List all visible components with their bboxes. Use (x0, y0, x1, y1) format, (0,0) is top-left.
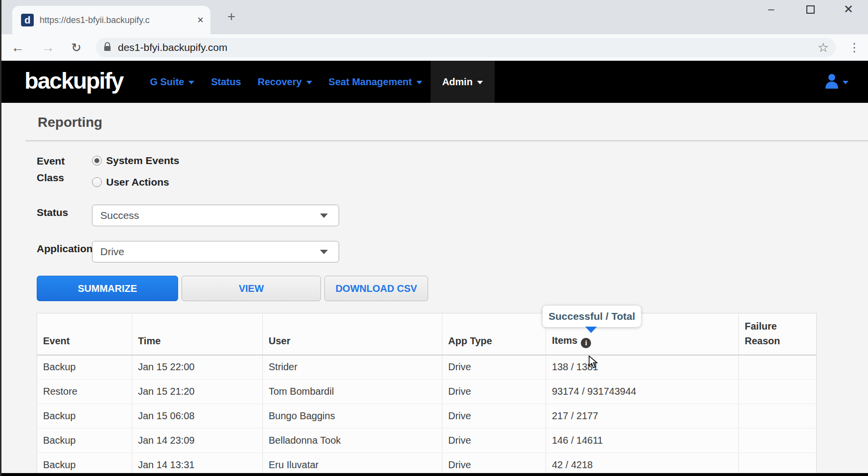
nav-item-seat-management[interactable]: Seat Management (320, 61, 431, 103)
chevron-down-icon (477, 81, 483, 84)
status-label: Status (37, 207, 68, 218)
nav-item-g-suite[interactable]: G Suite (141, 61, 203, 103)
new-tab-button[interactable]: + (223, 8, 240, 25)
dropdown-caret-icon (320, 214, 328, 218)
section-divider (25, 140, 868, 142)
tab-title: https://des1-bfyii.backupify.c (40, 15, 193, 25)
tooltip-caret-icon (585, 327, 597, 333)
column-header-user: User (263, 313, 442, 355)
nav-item-admin[interactable]: Admin (431, 61, 495, 103)
view-button[interactable]: VIEW (182, 276, 321, 301)
table-cell: Jan 15 22:00 (132, 355, 263, 380)
summarize-button[interactable]: SUMMARIZE (37, 276, 178, 301)
favicon: d (21, 14, 34, 26)
window-left-edge (0, 0, 1, 476)
chevron-down-icon (416, 81, 422, 84)
nav-item-label: Admin (442, 76, 473, 88)
table-cell: 93174 / 931743944 (546, 380, 739, 404)
info-icon[interactable]: i (581, 338, 591, 348)
status-select[interactable]: Success (92, 205, 339, 226)
maximize-icon (806, 5, 815, 14)
radio-button[interactable] (92, 177, 102, 187)
table-header: Event Time User App Type Itemsi Failure … (37, 313, 817, 355)
table-cell: Backup (37, 428, 132, 453)
table-cell (739, 453, 817, 476)
table-cell: Drive (442, 380, 546, 404)
table-cell: Jan 15 06:08 (132, 404, 263, 428)
download-csv-button[interactable]: DOWNLOAD CSV (324, 276, 428, 301)
table-cell: Jan 14 23:09 (132, 428, 263, 453)
browser-toolbar: ← → ↻ des1-bfyi.backupify.com ☆ (0, 34, 868, 61)
table-cell: 138 / 1381 (546, 355, 739, 380)
table-cell: Tom Bombardil (263, 380, 442, 404)
table-cell: Strider (263, 355, 442, 380)
nav-item-label: Recovery (258, 76, 302, 88)
column-header-time: Time (132, 313, 263, 355)
user-menu[interactable] (824, 61, 848, 103)
app-navbar: backupify G SuiteStatusRecoverySeat Mana… (0, 61, 868, 103)
table-row: BackupJan 14 23:09Belladonna TookDrive14… (37, 428, 817, 453)
column-header-items-label: Items (552, 335, 577, 346)
table-cell: Jan 15 21:20 (132, 380, 263, 404)
browser-tab-bar: d https://des1-bfyii.backupify.c × + – ✕ (0, 0, 868, 34)
radio-label: System Events (106, 155, 179, 167)
bookmark-star-icon[interactable]: ☆ (818, 40, 829, 55)
nav-item-label: G Suite (150, 76, 184, 88)
window-bottom-edge (0, 473, 868, 476)
table-cell: Drive (442, 428, 546, 453)
url-text[interactable]: des1-bfyi.backupify.com (118, 42, 818, 53)
table-cell: Restore (37, 380, 132, 404)
tab-title-text: https://des1-bfyii.backupify.c (40, 15, 150, 25)
application-select[interactable]: Drive (92, 241, 339, 262)
page-title: Reporting (38, 115, 102, 130)
nav-menu: G SuiteStatusRecoverySeat ManagementAdmi… (141, 61, 494, 103)
column-header-app-type: App Type (442, 313, 546, 355)
maximize-button[interactable] (797, 0, 824, 19)
nav-item-recovery[interactable]: Recovery (250, 61, 320, 103)
minimize-button[interactable]: – (757, 0, 785, 19)
user-icon (824, 73, 839, 91)
radio-option-user-actions[interactable]: User Actions (92, 175, 169, 189)
report-table: Event Time User App Type Itemsi Failure … (37, 313, 817, 476)
browser-menu-icon[interactable]: ⋮ (845, 36, 864, 59)
application-label: Application (37, 243, 92, 255)
chevron-down-icon (306, 81, 312, 84)
items-tooltip: Successful / Total (543, 306, 641, 327)
backupify-logo[interactable]: backupify (24, 69, 123, 95)
table-row: BackupJan 15 22:00StriderDrive138 / 1381 (37, 355, 817, 380)
chevron-down-icon (843, 81, 848, 84)
table-cell: 146 / 14611 (546, 428, 739, 453)
table-cell: Jan 14 13:31 (132, 453, 263, 476)
close-window-button[interactable]: ✕ (835, 0, 862, 19)
browser-tab[interactable]: d https://des1-bfyii.backupify.c × (12, 6, 210, 34)
reporting-page: Reporting Event Class System Events User… (0, 103, 868, 476)
reload-button[interactable]: ↻ (66, 37, 87, 58)
radio-button[interactable] (92, 156, 102, 166)
table-cell: Drive (442, 355, 546, 380)
forward-button[interactable]: → (37, 37, 59, 58)
table-cell: Belladonna Took (263, 428, 442, 453)
mouse-cursor-icon (588, 356, 601, 371)
lock-icon (104, 42, 111, 53)
chevron-down-icon (188, 81, 194, 84)
table-row: BackupJan 15 06:08Bungo BagginsDrive217 … (37, 404, 817, 428)
table-cell (739, 355, 817, 380)
url-bar[interactable]: des1-bfyi.backupify.com ☆ (96, 38, 836, 57)
table-cell: 42 / 4218 (546, 453, 739, 476)
table-cell: 217 / 2177 (546, 404, 739, 428)
browser-window: d https://des1-bfyii.backupify.c × + – ✕… (0, 0, 868, 476)
radio-option-system-events[interactable]: System Events (92, 154, 179, 167)
event-class-label: Event Class (37, 153, 86, 186)
nav-item-status[interactable]: Status (203, 61, 249, 103)
table-cell: Backup (37, 404, 132, 428)
dropdown-caret-icon (320, 250, 328, 254)
table-body: BackupJan 15 22:00StriderDrive138 / 1381… (37, 355, 817, 476)
tab-close-icon[interactable]: × (197, 15, 204, 25)
nav-item-label: Status (211, 76, 241, 88)
table-cell: Drive (442, 453, 546, 476)
table-cell: Drive (442, 404, 546, 428)
back-button[interactable]: ← (7, 37, 28, 58)
table-cell: Backup (37, 355, 132, 380)
table-cell: Backup (37, 453, 132, 476)
table-row: BackupJan 14 13:31Eru IluvatarDrive42 / … (37, 453, 817, 476)
